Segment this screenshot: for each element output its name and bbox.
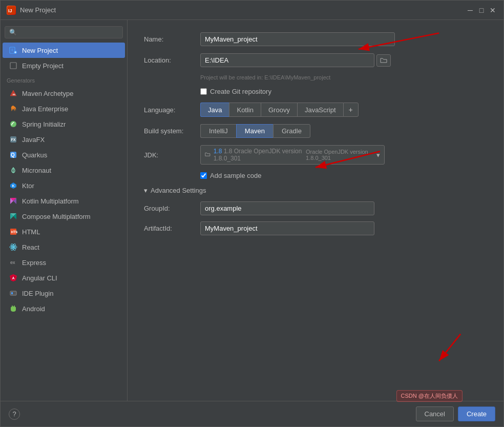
jdk-dropdown-text: Oracle OpenJDK version 1.8.0_301 (306, 149, 373, 161)
jdk-selector[interactable]: 1.8 1.8 Oracle OpenJDK version 1.8.0_301… (200, 145, 385, 165)
sample-code-checkbox[interactable] (200, 172, 207, 179)
advanced-fields: GroupId: ArtifactId: (144, 201, 487, 235)
sidebar-item-label: Empty Project (22, 62, 64, 70)
advanced-settings-toggle[interactable]: ▾ Advanced Settings (144, 187, 487, 194)
angular-icon: A (9, 273, 18, 282)
git-checkbox[interactable] (200, 88, 207, 95)
add-language-button[interactable]: + (343, 103, 359, 117)
sidebar-item-ide-plugin[interactable]: IDE Plugin (3, 286, 125, 301)
svg-rect-8 (10, 63, 16, 69)
sidebar-item-java-enterprise[interactable]: Java Enterprise (3, 101, 125, 116)
watermark: CSDN @在人间负债人 (396, 390, 463, 402)
language-label: Language: (144, 106, 200, 114)
search-box[interactable]: 🔍 (5, 26, 123, 38)
sidebar-item-label: Maven Archetype (22, 90, 73, 97)
sidebar-item-kotlin-multiplatform[interactable]: Kotlin Multiplatform (3, 193, 125, 209)
sidebar-item-compose[interactable]: Compose Multiplatform (3, 209, 125, 224)
group-id-input[interactable] (200, 201, 374, 215)
sidebar-item-angular[interactable]: A Angular CLI (3, 270, 125, 286)
minimize-button[interactable]: ─ (466, 6, 475, 15)
maven-archetype-icon: m (9, 89, 18, 98)
title-controls: ─ □ ✕ (466, 6, 497, 15)
react-icon (9, 242, 18, 252)
svg-text:FX: FX (11, 138, 16, 141)
spring-icon (9, 119, 18, 129)
sidebar-item-express[interactable]: ex Express (3, 255, 125, 270)
jdk-dropdown-arrow: ▾ (376, 151, 380, 159)
sidebar-item-label: Spring Initializr (22, 120, 66, 128)
sidebar-item-html[interactable]: HTML HTML (3, 224, 125, 239)
footer: ? Cancel Create (1, 401, 503, 426)
svg-text:A: A (12, 276, 15, 280)
sidebar-item-android[interactable]: Android (3, 301, 125, 316)
search-icon: 🔍 (9, 29, 17, 36)
help-button[interactable]: ? (9, 409, 20, 420)
footer-right: Cancel Create (416, 406, 496, 421)
build-intellij-button[interactable]: IntelliJ (200, 124, 236, 138)
sidebar-item-label: Java Enterprise (22, 105, 68, 113)
build-maven-button[interactable]: Maven (236, 124, 273, 138)
svg-text:K: K (12, 184, 15, 188)
sidebar-item-label: New Project (22, 47, 58, 54)
close-button[interactable]: ✕ (488, 6, 497, 15)
cancel-button[interactable]: Cancel (416, 406, 454, 421)
express-icon: ex (9, 258, 18, 267)
new-project-icon (9, 46, 18, 55)
sidebar-item-micronaut[interactable]: Micronaut (3, 162, 125, 178)
svg-text:IJ: IJ (8, 8, 12, 13)
title-bar: IJ New Project ─ □ ✕ (1, 1, 503, 20)
sidebar-item-label: Angular CLI (22, 274, 57, 282)
android-icon (9, 304, 18, 313)
sidebar-item-label: IDE Plugin (22, 290, 53, 297)
language-javascript-button[interactable]: JavaScript (297, 103, 343, 117)
jdk-version-label: 1.8 1.8 Oracle OpenJDK version 1.8.0_301 (214, 148, 303, 162)
language-java-button[interactable]: Java (200, 103, 229, 117)
svg-point-11 (10, 121, 16, 127)
browse-folder-button[interactable] (376, 54, 391, 67)
sidebar-item-quarkus[interactable]: Q Quarkus (3, 147, 125, 162)
advanced-settings-section: ▾ Advanced Settings GroupId: ArtifactId: (144, 187, 487, 235)
build-system-row: Build system: IntelliJ Maven Gradle (144, 124, 487, 138)
git-checkbox-row: Create Git repository (200, 88, 487, 95)
sidebar-item-ktor[interactable]: K Ktor (3, 178, 125, 193)
sidebar-item-label: React (22, 243, 39, 251)
new-project-dialog: IJ New Project ─ □ ✕ 🔍 (0, 0, 504, 427)
sidebar-item-new-project[interactable]: New Project (3, 43, 125, 58)
sidebar-item-react[interactable]: React (3, 239, 125, 255)
sidebar-item-label: Android (22, 305, 45, 313)
svg-text:m: m (13, 93, 15, 96)
javafx-icon: FX (9, 135, 18, 144)
location-row: Location: (144, 53, 487, 67)
html-icon: HTML (9, 227, 18, 236)
micronaut-icon (9, 166, 18, 175)
sidebar-item-maven-archetype[interactable]: m Maven Archetype (3, 86, 125, 101)
sidebar-item-empty-project[interactable]: Empty Project (3, 58, 125, 73)
dialog-title: New Project (20, 6, 56, 14)
generators-label: Generators (1, 73, 127, 86)
sidebar-item-spring[interactable]: Spring Initializr (3, 116, 125, 132)
location-input[interactable] (200, 53, 374, 67)
search-input[interactable] (20, 29, 118, 36)
build-gradle-button[interactable]: Gradle (273, 124, 310, 138)
sample-code-label: Add sample code (210, 172, 261, 179)
maximize-button[interactable]: □ (477, 6, 486, 15)
artifact-id-label: ArtifactId: (144, 225, 200, 232)
empty-project-icon (9, 61, 18, 70)
main-panel: Name: Location: Project will be created … (128, 20, 503, 401)
sidebar-item-label: JavaFX (22, 136, 45, 144)
artifact-id-input[interactable] (200, 221, 374, 235)
location-field-group (200, 53, 395, 67)
quarkus-icon: Q (9, 150, 18, 159)
sidebar-item-javafx[interactable]: FX JavaFX (3, 132, 125, 147)
language-groovy-button[interactable]: Groovy (261, 103, 297, 117)
sidebar-item-label: Kotlin Multiplatform (22, 197, 79, 205)
advanced-label: Advanced Settings (151, 187, 206, 194)
name-input[interactable] (200, 32, 395, 46)
sidebar-item-label: HTML (22, 228, 40, 236)
sample-code-row: Add sample code (200, 172, 487, 179)
ktor-icon: K (9, 181, 18, 190)
language-kotlin-button[interactable]: Kotlin (229, 103, 261, 117)
create-button[interactable]: Create (458, 406, 495, 421)
language-row: Language: Java Kotlin Groovy JavaScript … (144, 103, 487, 117)
build-system-button-group: IntelliJ Maven Gradle (200, 124, 310, 138)
